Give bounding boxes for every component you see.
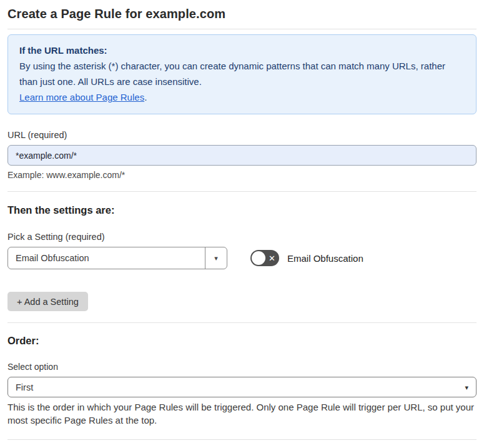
page-title: Create a Page Rule for example.com: [7, 0, 477, 21]
info-box-link-line: Learn more about Page Rules.: [19, 89, 465, 105]
settings-section-heading: Then the settings are:: [7, 204, 477, 216]
url-label: URL (required): [7, 130, 477, 140]
title-divider: [7, 29, 477, 29]
chevron-down-icon[interactable]: ▾: [205, 247, 227, 269]
chevron-down-icon: ▾: [465, 383, 468, 391]
setting-dropdown[interactable]: Email Obfuscation ▾: [7, 247, 227, 269]
toggle-knob: [252, 251, 265, 265]
pick-setting-label: Pick a Setting (required): [7, 232, 477, 242]
url-section: URL (required) Example: www.example.com/…: [7, 130, 477, 180]
email-obfuscation-toggle[interactable]: ✕: [250, 250, 279, 266]
order-select[interactable]: First ▾: [7, 377, 477, 397]
section-divider: [7, 322, 477, 323]
link-suffix: .: [144, 92, 147, 102]
info-box-heading: If the URL matches:: [19, 42, 465, 58]
settings-row: Email Obfuscation ▾ ✕ Email Obfuscation: [7, 247, 477, 269]
url-match-info-box: If the URL matches: By using the asteris…: [7, 34, 477, 114]
section-divider: [7, 191, 477, 192]
setting-dropdown-value: Email Obfuscation: [8, 253, 205, 263]
url-input[interactable]: [7, 145, 477, 166]
order-helper-text: This is the order in which your Page Rul…: [7, 401, 477, 427]
order-section-heading: Order:: [7, 335, 477, 347]
info-box-body: By using the asterisk (*) character, you…: [19, 58, 465, 89]
order-select-value: First: [8, 382, 33, 392]
select-option-label: Select option: [7, 362, 477, 372]
footer-divider: [7, 439, 477, 440]
toggle-off-x-icon: ✕: [269, 254, 275, 262]
url-example-helper: Example: www.example.com/*: [7, 170, 477, 180]
add-setting-button[interactable]: + Add a Setting: [7, 292, 88, 311]
page-rule-form: Create a Page Rule for example.com If th…: [0, 0, 484, 448]
learn-more-link[interactable]: Learn more about Page Rules: [19, 92, 144, 102]
toggle-label: Email Obfuscation: [287, 253, 363, 264]
